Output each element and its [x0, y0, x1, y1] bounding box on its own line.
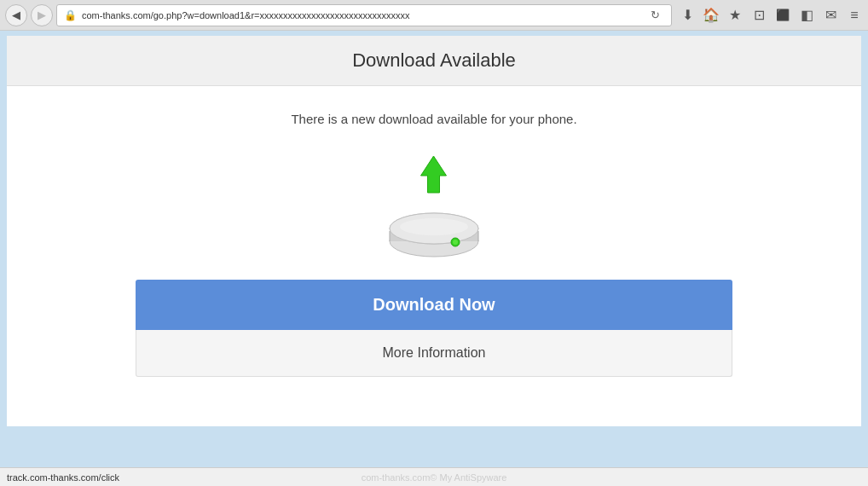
hard-drive-icon: [387, 194, 481, 254]
svg-point-7: [453, 240, 458, 245]
page-content: Download Available There is a new downlo…: [7, 36, 861, 426]
forward-button[interactable]: ▶: [31, 4, 53, 26]
more-information-button[interactable]: More Information: [136, 330, 732, 377]
browser-toolbar: ◀ ▶ 🔒 com-thanks.com/go.php?w=download1&…: [0, 0, 868, 31]
menu-icon[interactable]: ≡: [846, 7, 863, 24]
back-button[interactable]: ◀: [5, 4, 27, 26]
status-bar: track.com-thanks.com/click com-thanks.co…: [0, 467, 868, 486]
email-icon[interactable]: ✉: [822, 7, 839, 24]
toolbar-icons: ⬇ 🏠 ★ ⊡ ⬛ ◧ ✉ ≡: [679, 7, 863, 24]
url-bar[interactable]: 🔒 com-thanks.com/go.php?w=download1&r=xx…: [56, 4, 672, 26]
subtitle: There is a new download available for yo…: [291, 112, 576, 126]
status-url: track.com-thanks.com/click: [7, 472, 119, 483]
download-icon[interactable]: ⬇: [679, 7, 696, 24]
page-title: Download Available: [352, 49, 516, 71]
buttons-container: Download Now More Information: [136, 280, 732, 377]
bookmark-icon[interactable]: ★: [726, 7, 744, 24]
home-icon[interactable]: 🏠: [703, 7, 720, 24]
browser-window: ◀ ▶ 🔒 com-thanks.com/go.php?w=download1&…: [0, 0, 868, 486]
url-text: com-thanks.com/go.php?w=download1&r=xxxx…: [82, 10, 640, 20]
reader-icon[interactable]: ◧: [798, 7, 815, 24]
download-illustration: [379, 152, 489, 254]
download-now-button[interactable]: Download Now: [136, 280, 732, 330]
watermark: com-thanks.com© My AntiSpyware: [362, 472, 507, 483]
svg-point-5: [400, 218, 468, 235]
reload-button[interactable]: ↻: [645, 6, 664, 25]
page-header: Download Available: [7, 36, 861, 86]
pocket-icon[interactable]: ⬛: [774, 7, 791, 24]
page-body: There is a new download available for yo…: [7, 86, 861, 426]
lock-icon: 🔒: [64, 9, 77, 21]
library-icon[interactable]: ⊡: [750, 7, 767, 24]
svg-marker-0: [421, 156, 447, 193]
